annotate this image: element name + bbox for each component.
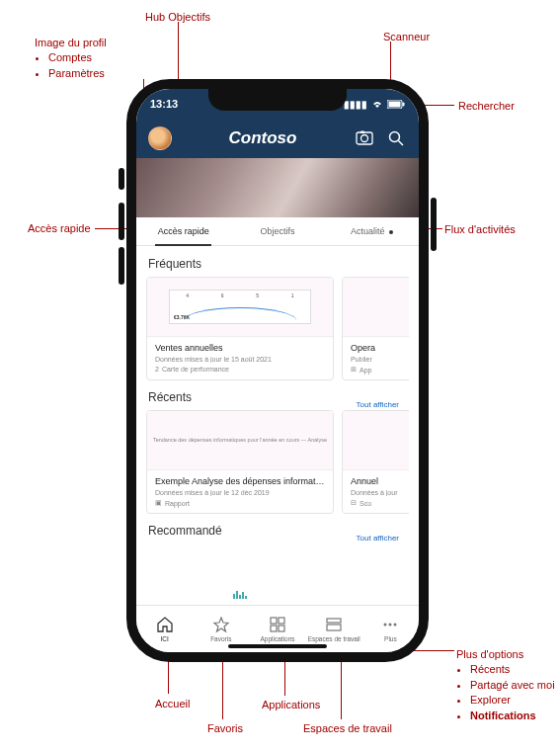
svg-point-14 [384, 624, 387, 627]
card-meta: ▣ Rapport [155, 499, 325, 507]
search-icon[interactable] [385, 127, 407, 149]
scorecard-icon: ⊟ [351, 499, 357, 507]
svg-rect-1 [389, 101, 401, 107]
svg-rect-3 [357, 132, 372, 144]
anno-search: Rechercher [458, 99, 515, 114]
card-preview: Tendance des dépenses informatiques pour… [147, 411, 333, 470]
anno-activity-feed: Flux d'activités [444, 222, 516, 237]
status-bar: 13:13 ▮▮▮▮ [136, 89, 419, 119]
svg-point-16 [394, 624, 397, 627]
app-header: Contoso [136, 119, 419, 158]
card-subtitle: Données mises à jour le 15 août 2021 [155, 356, 325, 363]
grid-icon: ⊞ [351, 366, 357, 374]
svg-rect-8 [271, 618, 277, 624]
anno-quick-access: Accès rapide [28, 221, 91, 236]
card-annuel[interactable]: Annuel Données à jour ⊟ Sco [342, 410, 409, 514]
workspace-icon [325, 616, 343, 633]
card-subtitle: Publier [351, 356, 409, 363]
home-icon [156, 616, 174, 633]
svg-point-15 [389, 624, 392, 627]
card-meta: ⊞ App [351, 366, 409, 374]
section-frequents-title: Fréquents [148, 257, 409, 271]
card-it-spend[interactable]: Tendance des dépenses informatiques pour… [146, 410, 334, 514]
star-icon [212, 616, 230, 633]
card-meta: ⊟ Sco [351, 499, 409, 507]
status-time: 13:13 [150, 98, 178, 110]
card-title: Opera [351, 343, 409, 353]
anno-workspaces: Espaces de travail [303, 721, 392, 736]
svg-point-4 [361, 135, 368, 142]
recommended-see-all-link[interactable]: Tout afficher [357, 534, 399, 543]
apps-icon [269, 616, 286, 633]
tab-goals[interactable]: Objectifs [230, 217, 324, 245]
anno-favorites: Favoris [207, 721, 243, 736]
recents-row: Tendance des dépenses informatiques pour… [146, 410, 409, 514]
more-icon [381, 616, 399, 633]
card-title: Annuel [351, 476, 409, 486]
nav-home[interactable]: ICI [136, 606, 193, 652]
anno-applications: Applications [262, 698, 320, 712]
report-icon: ▣ [155, 499, 162, 507]
svg-rect-10 [271, 626, 277, 631]
svg-rect-2 [403, 102, 405, 106]
frequents-row: 4 6 5 1 €3.76K Ventes annuelles Données … [146, 277, 409, 380]
card-meta: 2 Carte de performance [155, 366, 325, 373]
card-subtitle: Données à jour [351, 489, 409, 496]
card-preview [343, 278, 409, 337]
svg-rect-12 [327, 619, 341, 623]
content-scroll[interactable]: Fréquents 4 6 5 1 €3.76K Ventes ann [136, 247, 419, 605]
home-indicator [228, 644, 327, 648]
svg-point-6 [390, 132, 400, 142]
card-title: Ventes annuelles [155, 343, 325, 353]
svg-line-7 [399, 141, 404, 146]
anno-home: Accueil [155, 697, 190, 711]
profile-avatar[interactable] [148, 126, 172, 150]
card-preview: 4 6 5 1 €3.76K [147, 278, 333, 337]
tab-activity[interactable]: Actualité [325, 217, 419, 245]
activity-dot-icon [389, 230, 393, 234]
card-title: Exemple Analyse des dépenses informatiqu… [155, 476, 325, 486]
anno-profile: Image du profil Comptes Paramètres [35, 36, 107, 81]
svg-rect-5 [360, 131, 364, 134]
phone-frame: 13:13 ▮▮▮▮ Contoso Accès rapide Objectif… [126, 79, 429, 662]
svg-rect-11 [279, 626, 284, 631]
hero-image [136, 158, 419, 217]
card-ventes-annuelles[interactable]: 4 6 5 1 €3.76K Ventes annuelles Données … [146, 277, 334, 380]
svg-rect-13 [327, 625, 341, 630]
svg-rect-9 [279, 618, 284, 624]
recents-see-all-link[interactable]: Tout afficher [357, 400, 399, 409]
signal-icon: ▮▮▮▮ [344, 99, 367, 110]
card-preview [343, 411, 409, 470]
card-opera[interactable]: Opera Publier ⊞ App [342, 277, 409, 380]
wifi-icon [371, 99, 383, 109]
battery-icon [387, 100, 405, 109]
tab-bar: Accès rapide Objectifs Actualité [136, 217, 419, 246]
card-subtitle: Données mises à jour le 12 déc 2019 [155, 489, 325, 496]
anno-more: Plus d'options Récents Partagé avec moi … [456, 647, 555, 723]
nav-more[interactable]: Plus [362, 606, 419, 652]
scanner-icon[interactable] [354, 127, 375, 149]
brand-title: Contoso [182, 128, 344, 148]
tab-quick-access[interactable]: Accès rapide [136, 217, 230, 245]
